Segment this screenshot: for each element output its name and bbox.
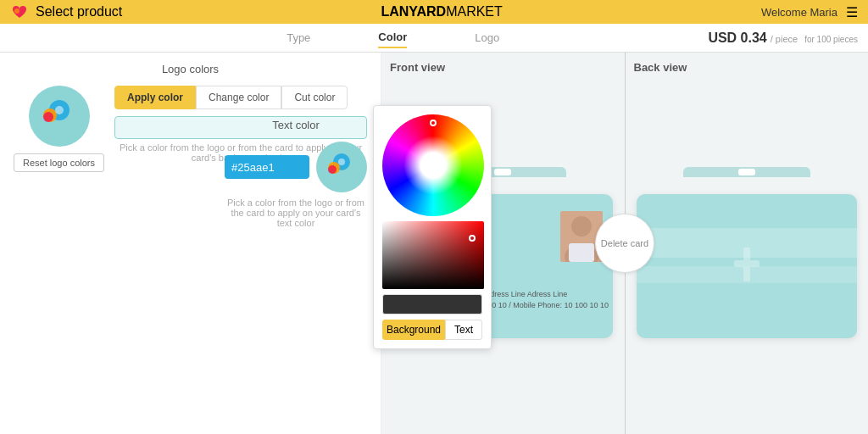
svg-point-4 <box>43 112 53 122</box>
sq-handle[interactable] <box>469 235 476 242</box>
text-logo-svg <box>319 144 364 190</box>
text-color-value: #25aae1 <box>231 161 275 174</box>
tab-logo[interactable]: Logo <box>475 28 499 47</box>
logo-colors-title: Logo colors <box>14 63 367 75</box>
color-square[interactable] <box>382 221 484 289</box>
svg-point-5 <box>55 106 64 114</box>
sq-dark-overlay <box>382 221 484 289</box>
text-color-title: Text color <box>225 119 367 131</box>
svg-point-9 <box>328 165 337 174</box>
logo-svg <box>33 90 86 142</box>
delete-card-button[interactable]: Delete card <box>595 214 654 273</box>
header-left: Select product <box>10 3 122 21</box>
back-view-section: Back view <box>626 53 869 434</box>
text-color-avatar <box>316 142 367 192</box>
apply-color-button[interactable]: Apply color <box>114 86 196 109</box>
svg-rect-20 <box>734 260 760 267</box>
card-back-logo-svg <box>730 243 764 286</box>
svg-point-16 <box>571 216 592 236</box>
id-card-back <box>637 194 857 338</box>
card-back-logo <box>730 243 764 289</box>
back-card-container <box>634 81 860 425</box>
price-for-pieces: for 100 pieces <box>804 35 858 44</box>
header: Select product LANYARDMARKET Welcome Mar… <box>0 0 868 24</box>
tab-type[interactable]: Type <box>287 28 310 47</box>
back-card-wrap <box>637 167 857 338</box>
wheel-center <box>403 136 463 195</box>
sub-tabs: Type Color Logo <box>78 27 708 48</box>
color-wheel-wrap[interactable] <box>382 114 484 216</box>
brand-title: LANYARDMARKET <box>381 4 502 19</box>
logo-avatar <box>29 86 90 147</box>
color-wheel[interactable] <box>382 114 484 216</box>
color-picker-popup: #000000 Background Text <box>373 105 492 349</box>
color-tab-row: Background Text <box>382 320 482 340</box>
menu-icon[interactable]: ☰ <box>846 4 858 20</box>
color-tab-background[interactable]: Background <box>382 320 445 340</box>
heart-icon <box>10 3 29 21</box>
main: Logo colors Reset logo colors <box>0 53 868 434</box>
tab-color[interactable]: Color <box>378 27 407 48</box>
svg-point-0 <box>14 8 19 14</box>
header-right: Welcome Maria ☰ <box>761 4 858 20</box>
sub-header: Type Color Logo USD 0.34 / piece for 100… <box>0 24 868 53</box>
text-color-display: #25aae1 <box>225 155 309 179</box>
color-tab-text[interactable]: Text <box>445 320 482 340</box>
svg-point-10 <box>338 159 345 165</box>
reset-logo-colors-button[interactable]: Reset logo colors <box>14 153 104 172</box>
text-color-hint: Pick a color from the logo or from the c… <box>225 198 367 228</box>
welcome-text: Welcome Maria <box>761 6 837 19</box>
back-view-label: Back view <box>634 61 860 74</box>
text-color-section: Text color #25aae1 Pick a color from the… <box>211 105 381 242</box>
svg-rect-18 <box>569 243 594 262</box>
price-per-piece: / piece <box>771 34 798 44</box>
select-product-label[interactable]: Select product <box>36 4 122 19</box>
color-hex-input[interactable]: #000000 <box>382 294 482 314</box>
price-info: USD 0.34 / piece for 100 pieces <box>708 31 858 46</box>
wheel-handle[interactable] <box>430 120 437 126</box>
price-value: USD 0.34 <box>708 31 766 46</box>
front-view-label: Front view <box>390 61 616 74</box>
